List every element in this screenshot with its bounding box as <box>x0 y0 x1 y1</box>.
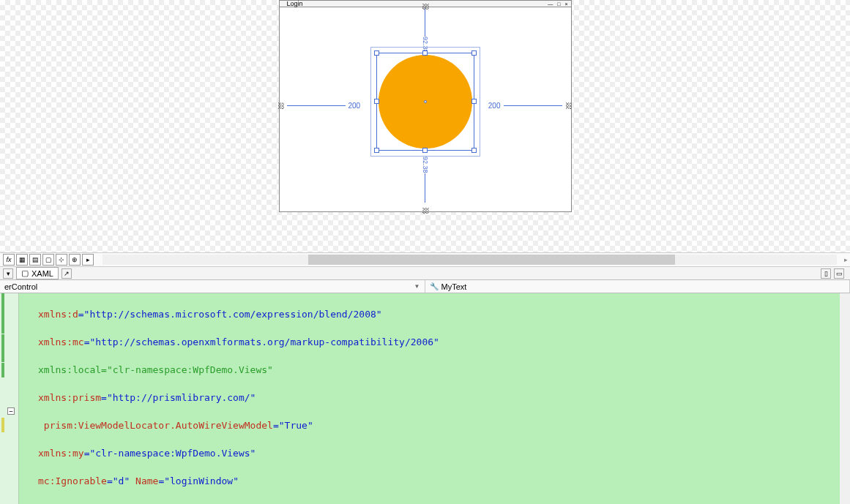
chain-icon: ⛓ <box>421 3 429 10</box>
fx-button[interactable]: fx <box>3 254 15 266</box>
split-v-button[interactable]: ▭ <box>834 268 844 279</box>
breadcrumb-bar: erControl ▼ 🔧 MyText <box>0 280 850 293</box>
change-marker <box>1 334 4 362</box>
chevron-down-icon: ▼ <box>414 283 420 290</box>
scroll-right-arrow[interactable]: ▸ <box>844 256 850 263</box>
code-gutter: − <box>0 293 19 504</box>
grid-off-button[interactable]: ▢ <box>42 254 54 266</box>
breadcrumb-element[interactable]: erControl ▼ <box>0 280 425 293</box>
breadcrumb-property[interactable]: 🔧 MyText <box>425 280 851 293</box>
change-marker <box>1 418 4 432</box>
resize-handle[interactable] <box>471 99 477 104</box>
preview-window[interactable]: Login — □ × 92.38 92.38 200 200 ⛓ ⛓ ⛓ ⛓ <box>279 0 572 212</box>
chain-icon: ⛓ <box>565 102 573 110</box>
xaml-icon: ▢ <box>21 268 29 278</box>
ruler-left: 200 <box>287 102 364 110</box>
tab-label: XAML <box>31 269 53 278</box>
code-editor[interactable]: − xmlns:d="http://schemas.microsoft.com/… <box>0 293 850 504</box>
selection-box[interactable] <box>376 53 474 151</box>
grid-large-button[interactable]: ▤ <box>29 254 41 266</box>
split-h-button[interactable]: ▯ <box>821 268 831 279</box>
ruler-top: 92.38 <box>422 7 429 53</box>
scroll-thumb[interactable] <box>308 255 676 265</box>
popout-button[interactable]: ↗ <box>61 268 72 279</box>
vertical-scrollbar[interactable] <box>840 293 850 504</box>
resize-handle[interactable] <box>374 148 379 153</box>
fold-toggle[interactable]: − <box>7 407 15 415</box>
resize-handle[interactable] <box>471 50 477 56</box>
snapline-button[interactable]: ⊕ <box>69 254 81 266</box>
design-surface[interactable]: Login — □ × 92.38 92.38 200 200 ⛓ ⛓ ⛓ ⛓ <box>0 0 850 252</box>
designer-toolbar: fx ▦ ▤ ▢ ⊹ ⊕ ▸ ▸ <box>0 252 850 267</box>
caption-buttons: — □ × <box>548 1 570 7</box>
resize-handle[interactable] <box>374 99 379 104</box>
change-marker <box>1 293 4 334</box>
pane-tab-bar: ▾ ▢ XAML ↗ ▯ ▭ <box>0 267 850 280</box>
horizontal-scrollbar[interactable] <box>102 255 837 265</box>
chain-icon: ⛓ <box>277 102 285 110</box>
resize-handle[interactable] <box>422 148 428 153</box>
resize-handle[interactable] <box>471 148 477 153</box>
resize-handle[interactable] <box>374 50 379 56</box>
wrench-icon: 🔧 <box>430 282 439 290</box>
change-marker <box>1 363 4 377</box>
breadcrumb-text: MyText <box>441 282 467 291</box>
resize-handle[interactable] <box>422 50 428 56</box>
preview-title: Login <box>287 1 303 7</box>
collapse-pane-button[interactable]: ▾ <box>3 268 13 279</box>
grid-button[interactable]: ▦ <box>16 254 28 266</box>
tab-xaml[interactable]: ▢ XAML <box>16 267 59 279</box>
code-content[interactable]: xmlns:d="http://schemas.microsoft.com/ex… <box>19 293 850 504</box>
breadcrumb-text: erControl <box>4 282 37 291</box>
chain-icon: ⛓ <box>421 207 429 214</box>
snap-button[interactable]: ⊹ <box>56 254 67 266</box>
ruler-right: 200 <box>485 102 562 110</box>
settings-button[interactable]: ▸ <box>82 254 94 266</box>
ruler-bottom: 92.38 <box>422 157 429 203</box>
